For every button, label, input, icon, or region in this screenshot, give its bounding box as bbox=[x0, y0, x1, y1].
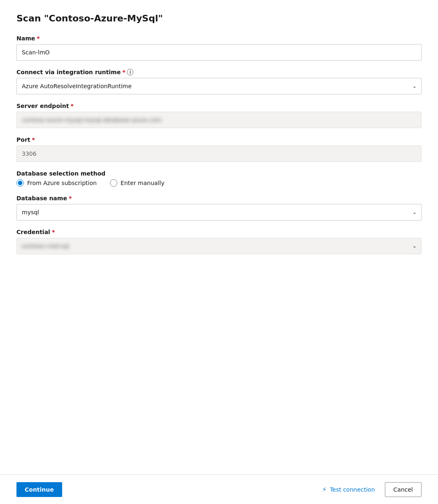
integration-runtime-label: Connect via integration runtime * i bbox=[16, 69, 422, 75]
integration-runtime-select-wrapper: Azure AutoResolveIntegrationRuntime ⌄ bbox=[16, 78, 422, 94]
database-name-label: Database name * bbox=[16, 195, 422, 202]
credential-label: Credential * bbox=[16, 229, 422, 235]
server-endpoint-label: Server endpoint * bbox=[16, 103, 422, 109]
continue-button[interactable]: Continue bbox=[16, 482, 62, 497]
radio-enter-manually-label: Enter manually bbox=[121, 180, 165, 186]
integration-runtime-required-star: * bbox=[122, 69, 125, 75]
port-value: 3306 bbox=[22, 150, 37, 157]
name-label: Name * bbox=[16, 35, 422, 42]
server-endpoint-field: contoso-azure-mysql.mysql.database.azure… bbox=[16, 112, 422, 128]
integration-runtime-info-icon[interactable]: i bbox=[127, 69, 133, 75]
test-connection-icon: ⚡ bbox=[322, 486, 327, 493]
name-required-star: * bbox=[37, 35, 40, 42]
database-name-select-wrapper: mysql ⌄ bbox=[16, 204, 422, 220]
radio-azure-subscription-input[interactable] bbox=[16, 179, 24, 187]
name-section: Name * bbox=[16, 35, 422, 61]
test-connection-button[interactable]: ⚡ Test connection bbox=[319, 486, 378, 493]
credential-select[interactable] bbox=[16, 238, 422, 254]
db-selection-label: Database selection method bbox=[16, 170, 422, 177]
database-name-section: Database name * mysql ⌄ bbox=[16, 195, 422, 220]
radio-azure-subscription-label: From Azure subscription bbox=[27, 180, 97, 186]
footer-right: ⚡ Test connection Cancel bbox=[319, 482, 422, 497]
server-endpoint-section: Server endpoint * contoso-azure-mysql.my… bbox=[16, 103, 422, 128]
cancel-button[interactable]: Cancel bbox=[385, 482, 422, 497]
credential-section: Credential * ⌄ contoso-cred-sql bbox=[16, 229, 422, 254]
server-endpoint-required-star: * bbox=[70, 103, 73, 109]
page-title: Scan "Contoso-Azure-MySql" bbox=[16, 13, 422, 23]
radio-option-azure-subscription[interactable]: From Azure subscription bbox=[16, 179, 97, 187]
integration-runtime-section: Connect via integration runtime * i Azur… bbox=[16, 69, 422, 94]
port-label: Port * bbox=[16, 136, 422, 143]
credential-required-star: * bbox=[52, 229, 55, 235]
footer-bar: Continue ⚡ Test connection Cancel bbox=[0, 474, 438, 504]
integration-runtime-select[interactable]: Azure AutoResolveIntegrationRuntime bbox=[16, 78, 422, 94]
port-field: 3306 bbox=[16, 145, 422, 162]
footer-left: Continue bbox=[16, 482, 62, 497]
database-name-select[interactable]: mysql bbox=[16, 204, 422, 220]
name-input[interactable] bbox=[16, 44, 422, 61]
db-selection-radio-group: From Azure subscription Enter manually bbox=[16, 179, 422, 187]
server-endpoint-blurred-value: contoso-azure-mysql.mysql.database.azure… bbox=[22, 117, 162, 123]
test-connection-label: Test connection bbox=[330, 486, 375, 493]
port-required-star: * bbox=[32, 136, 35, 143]
credential-select-wrapper: ⌄ contoso-cred-sql bbox=[16, 238, 422, 254]
database-name-required-star: * bbox=[69, 195, 72, 202]
radio-enter-manually-input[interactable] bbox=[110, 179, 117, 187]
db-selection-section: Database selection method From Azure sub… bbox=[16, 170, 422, 187]
radio-option-enter-manually[interactable]: Enter manually bbox=[110, 179, 165, 187]
port-section: Port * 3306 bbox=[16, 136, 422, 162]
